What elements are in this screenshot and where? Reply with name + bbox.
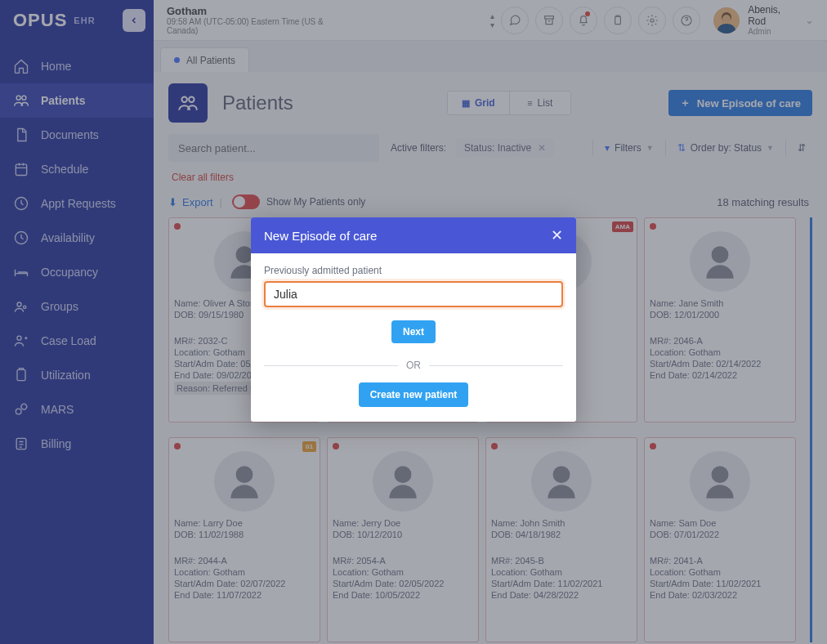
- prev-admitted-label: Previously admitted patient: [264, 265, 563, 276]
- new-episode-modal: New Episode of care ✕ Previously admitte…: [251, 217, 576, 422]
- modal-header: New Episode of care ✕: [251, 217, 576, 253]
- create-patient-button[interactable]: Create new patient: [359, 382, 469, 407]
- prev-admitted-input[interactable]: [264, 281, 563, 307]
- or-divider: OR: [406, 360, 421, 371]
- next-button[interactable]: Next: [391, 320, 436, 343]
- modal-close-button[interactable]: ✕: [551, 226, 563, 244]
- modal-title: New Episode of care: [264, 229, 377, 243]
